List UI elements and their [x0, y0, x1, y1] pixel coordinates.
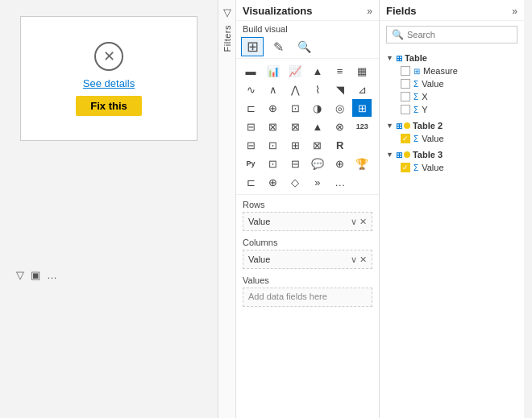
viz-trophy[interactable]: 🏆	[352, 155, 372, 172]
viz-filled-map[interactable]: ⊗	[330, 118, 350, 135]
fix-button[interactable]: Fix this	[76, 96, 142, 116]
viz-matrix[interactable]: ⊞	[352, 99, 372, 117]
viz-table2[interactable]: ⊟	[241, 136, 260, 154]
viz-line-chart[interactable]: 📈	[285, 62, 305, 80]
viz-scatter2[interactable]: ∧	[264, 81, 283, 98]
middle-panel: ▽ Filters Visualizations » Build visual …	[218, 0, 379, 418]
x-checkbox[interactable]	[401, 92, 410, 101]
viz-more[interactable]: …	[330, 173, 350, 191]
table2-value-checkbox[interactable]	[401, 134, 410, 143]
viz-100pct-bar[interactable]: ▦	[352, 62, 372, 80]
tree-group-table1-header[interactable]: ▼ ⊞ Table	[383, 52, 521, 64]
build-visual-label: Build visual	[236, 21, 379, 35]
tree-group-table3-header[interactable]: ▼ ⊞ Table 3	[383, 148, 521, 161]
rows-close-icon[interactable]: ✕	[360, 217, 367, 227]
viz-tab-analytics[interactable]: ✎	[267, 37, 289, 56]
viz-bar2[interactable]: ⊏	[241, 173, 260, 191]
rows-label: Rows	[243, 200, 372, 209]
search-box[interactable]: 🔍	[386, 26, 517, 43]
columns-close-icon[interactable]: ✕	[360, 255, 367, 265]
y-sigma-icon: Σ	[414, 106, 418, 114]
viz-area-chart[interactable]: ▲	[308, 62, 327, 80]
values-label: Values	[243, 275, 372, 285]
tree-item-table2-value[interactable]: Σ Value	[383, 132, 521, 145]
tree-group-table2-header[interactable]: ▼ ⊞ Table 2	[383, 119, 521, 132]
columns-field-box[interactable]: Value ∨ ✕	[243, 250, 372, 269]
table1-table-icon: ⊞	[396, 54, 402, 63]
viz-diamond[interactable]: ◇	[285, 173, 305, 191]
rows-field-box[interactable]: Value ∨ ✕	[243, 212, 372, 231]
tree-item-y[interactable]: Σ Y	[383, 103, 521, 116]
y-checkbox[interactable]	[401, 105, 410, 114]
viz-tab-format[interactable]: 🔍	[293, 37, 315, 56]
frame-icon[interactable]: ▣	[31, 269, 40, 281]
canvas-area: ✕ See details Fix this ▽ ▣ …	[0, 0, 218, 418]
viz-funnel[interactable]: ⊏	[241, 99, 260, 117]
table2-table-icon: ⊞	[396, 122, 402, 130]
viz-key[interactable]: ⊟	[285, 155, 305, 172]
fields-expand-button[interactable]: »	[512, 6, 517, 17]
columns-chevron-icon[interactable]: ∨	[351, 255, 357, 265]
viz-py[interactable]: Py	[241, 155, 260, 172]
tree-item-value1[interactable]: Σ Value	[383, 77, 521, 90]
viz-card[interactable]: ⊡	[285, 99, 305, 117]
table2-warning-dot	[404, 122, 410, 129]
table3-icon-wrapper: ⊞	[396, 151, 410, 159]
measure-checkbox[interactable]	[401, 66, 410, 76]
viz-waterfall[interactable]: ⊿	[352, 81, 372, 98]
add-data-fields-placeholder: Add data fields here	[248, 292, 327, 301]
viz-bar-chart[interactable]: ▬	[241, 62, 260, 80]
viz-scatter[interactable]: ∿	[241, 81, 260, 98]
viz-stacked-bar[interactable]: ≡	[330, 62, 350, 80]
viz-123[interactable]: 123	[352, 118, 372, 135]
viz-panel-title: Visualizations	[243, 5, 312, 17]
canvas-toolbar: ▽ ▣ …	[16, 269, 57, 281]
viz-arrow-up[interactable]: ▲	[308, 118, 327, 135]
table3-chevron-icon: ▼	[386, 151, 393, 159]
viz-kpi[interactable]: ⊡	[264, 136, 283, 154]
viz-pie[interactable]: ◑	[308, 99, 327, 117]
viz-tab-table[interactable]: ⊞	[241, 37, 264, 56]
tree-item-table3-value[interactable]: Σ Value	[383, 161, 521, 174]
rows-chevron-icon[interactable]: ∨	[351, 217, 357, 227]
viz-panel-header: Visualizations »	[236, 0, 379, 21]
viz-gauge[interactable]: ⊕	[264, 99, 283, 117]
viz-area2[interactable]: ◥	[330, 81, 350, 98]
viz-expand-button[interactable]: »	[367, 6, 372, 17]
table2-name: Table 2	[413, 121, 443, 130]
fields-title: Fields	[386, 5, 417, 17]
see-details-link[interactable]: See details	[83, 77, 135, 89]
viz-donut[interactable]: ◎	[330, 99, 350, 117]
table3-warning-dot	[404, 151, 410, 158]
tree-group-table2: ▼ ⊞ Table 2 Σ Value	[383, 119, 521, 145]
columns-section: Columns Value ∨ ✕	[243, 238, 372, 269]
table3-sigma-icon: Σ	[414, 163, 418, 172]
viz-arrow[interactable]: »	[308, 173, 327, 191]
filter-icon[interactable]: ▽	[16, 269, 24, 281]
viz-blank[interactable]	[352, 136, 372, 154]
viz-map[interactable]: ⊠	[264, 118, 283, 135]
viz-circle[interactable]: ⊕	[264, 173, 283, 191]
add-data-fields-box[interactable]: Add data fields here	[243, 288, 372, 307]
viz-speech[interactable]: 💬	[308, 155, 327, 172]
viz-treemap[interactable]: ⊟	[241, 118, 260, 135]
value1-checkbox[interactable]	[401, 79, 410, 89]
tree-item-x[interactable]: Σ X	[383, 90, 521, 103]
table2-chevron-icon: ▼	[386, 122, 393, 130]
table1-chevron-icon: ▼	[386, 54, 393, 62]
search-input[interactable]	[407, 30, 512, 39]
viz-decomp[interactable]: ⊡	[264, 155, 283, 172]
viz-shape-map[interactable]: ⊠	[285, 118, 305, 135]
viz-slicer[interactable]: ⊞	[285, 136, 305, 154]
visual-card: ✕ See details Fix this	[20, 16, 197, 141]
viz-matrix2[interactable]: ⊠	[308, 136, 327, 154]
viz-qna[interactable]: ⊕	[330, 155, 350, 172]
fields-panel: Fields » 🔍 ▼ ⊞ Table ⊞ Measure Σ Value	[379, 0, 524, 418]
viz-ribbon[interactable]: ⌇	[308, 81, 327, 98]
tree-item-measure[interactable]: ⊞ Measure	[383, 64, 521, 77]
viz-r[interactable]: R	[330, 136, 350, 154]
viz-multi-line[interactable]: ⋀	[285, 81, 305, 98]
viz-column-chart[interactable]: 📊	[264, 62, 283, 80]
table3-value-checkbox[interactable]	[401, 163, 410, 172]
more-icon[interactable]: …	[47, 269, 57, 281]
